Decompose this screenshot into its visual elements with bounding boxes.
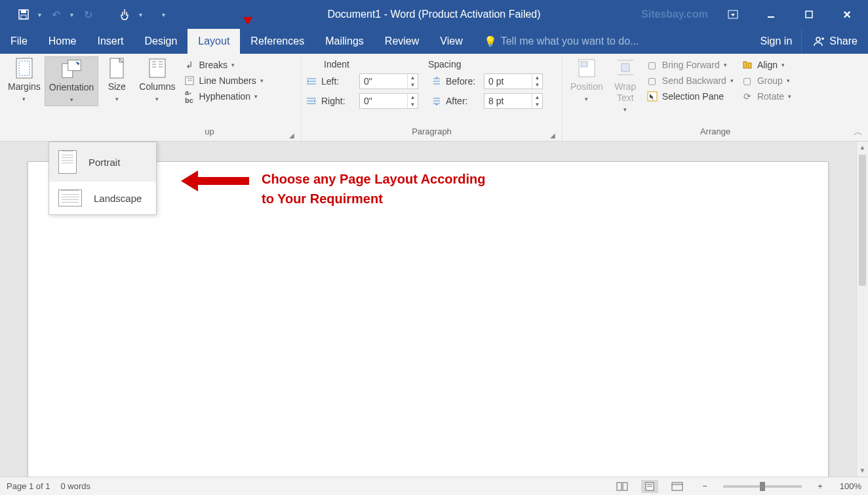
- align-label: Align: [757, 60, 778, 70]
- annotation-arrow-down-icon: [241, 3, 254, 26]
- indent-left-icon: [306, 77, 317, 86]
- spin-up-icon[interactable]: ▲: [532, 74, 542, 81]
- svg-rect-44: [617, 483, 621, 490]
- zoom-out-button[interactable]: −: [703, 481, 708, 491]
- ribbon-display-options-icon[interactable]: [720, 4, 746, 25]
- share-button[interactable]: Share: [801, 29, 868, 54]
- tab-home[interactable]: Home: [38, 29, 87, 54]
- page-setup-launcher-icon[interactable]: ◢: [288, 132, 296, 140]
- ribbon-tabs: File Home Insert Design Layout Reference…: [0, 29, 868, 54]
- align-button[interactable]: Align ▾: [741, 59, 791, 71]
- hyphenation-button[interactable]: a-bcHyphenation ▾: [184, 90, 264, 102]
- print-layout-icon[interactable]: [641, 480, 658, 493]
- columns-icon: [147, 58, 168, 79]
- orientation-button[interactable]: Orientation▾: [45, 56, 98, 106]
- send-backward-label: Send Backward: [662, 75, 726, 86]
- vertical-scrollbar[interactable]: ▲ ▼: [856, 142, 868, 477]
- touch-mode-icon[interactable]: [114, 4, 135, 25]
- zoom-in-button[interactable]: +: [818, 481, 823, 491]
- wrap-text-icon: [615, 58, 636, 79]
- line-numbers-button[interactable]: Line Numbers ▾: [184, 75, 264, 87]
- selection-pane-button[interactable]: Selection Pane: [646, 90, 734, 102]
- zoom-slider[interactable]: [723, 485, 802, 488]
- group-page-setup: Margins▾ Orientation▾ Size▾ Columns▾ ↲Br…: [0, 54, 302, 141]
- zoom-level[interactable]: 100%: [840, 481, 861, 491]
- tab-references[interactable]: References: [240, 29, 315, 54]
- spacing-before-icon: [431, 76, 442, 87]
- web-layout-icon[interactable]: [669, 480, 686, 493]
- group-objects-button[interactable]: ▢Group ▾: [741, 75, 791, 87]
- columns-button[interactable]: Columns▾: [135, 56, 179, 105]
- spin-down-icon[interactable]: ▼: [407, 81, 418, 89]
- tab-layout[interactable]: Layout: [187, 29, 240, 54]
- spin-down-icon[interactable]: ▼: [532, 101, 542, 108]
- tab-design[interactable]: Design: [134, 29, 187, 54]
- tab-view[interactable]: View: [429, 29, 473, 54]
- align-icon: [741, 59, 753, 71]
- save-icon[interactable]: [13, 4, 34, 25]
- columns-label: Columns: [139, 81, 175, 92]
- tab-review[interactable]: Review: [374, 29, 429, 54]
- margins-label: Margins: [8, 81, 41, 92]
- indent-right-label: Right:: [321, 96, 355, 106]
- spacing-after-input[interactable]: ▲▼: [484, 93, 543, 109]
- sign-in-button[interactable]: Sign in: [751, 29, 801, 54]
- paragraph-launcher-icon[interactable]: ◢: [549, 132, 557, 140]
- indent-left-input[interactable]: ▲▼: [359, 73, 418, 89]
- scroll-thumb[interactable]: [859, 155, 866, 286]
- send-backward-button[interactable]: ▢Send Backward ▾: [646, 75, 734, 87]
- selection-pane-label: Selection Pane: [662, 91, 724, 102]
- indent-right-input[interactable]: ▲▼: [359, 93, 418, 109]
- svg-rect-5: [806, 11, 812, 18]
- margins-button[interactable]: Margins▾: [4, 56, 45, 105]
- spacing-before-input[interactable]: ▲▼: [484, 73, 543, 89]
- breaks-button[interactable]: ↲Breaks ▾: [184, 59, 264, 71]
- spin-up-icon[interactable]: ▲: [407, 94, 418, 101]
- spin-up-icon[interactable]: ▲: [532, 94, 542, 101]
- rotate-button[interactable]: ⟳Rotate ▾: [741, 90, 791, 102]
- minimize-icon[interactable]: [758, 4, 784, 25]
- tab-file[interactable]: File: [0, 29, 38, 54]
- svg-rect-45: [623, 483, 627, 490]
- breaks-label: Breaks: [199, 60, 228, 70]
- annotation-arrow-left-icon: [178, 168, 250, 194]
- undo-icon[interactable]: ↶: [45, 4, 66, 25]
- tell-me-search[interactable]: 💡 Tell me what you want to do...: [473, 29, 751, 54]
- svg-rect-2: [21, 15, 26, 19]
- page-count[interactable]: Page 1 of 1: [7, 481, 50, 491]
- group-icon: ▢: [741, 75, 753, 87]
- scroll-up-icon[interactable]: ▲: [857, 142, 868, 153]
- tab-insert[interactable]: Insert: [87, 29, 134, 54]
- read-mode-icon[interactable]: [614, 480, 631, 493]
- tab-mailings[interactable]: Mailings: [315, 29, 374, 54]
- size-button[interactable]: Size▾: [98, 56, 135, 105]
- group-paragraph: Indent Spacing Left: ▲▼ Before: ▲▼ Right…: [302, 54, 562, 141]
- orientation-dropdown: Portrait Landscape: [49, 142, 157, 215]
- maximize-icon[interactable]: [796, 4, 822, 25]
- group-objects-label: Group: [757, 75, 783, 86]
- svg-rect-42: [743, 62, 747, 68]
- wrap-text-label: Wrap Text: [614, 81, 636, 104]
- wrap-text-button[interactable]: Wrap Text ▾: [607, 56, 644, 114]
- bring-forward-button[interactable]: ▢Bring Forward ▾: [646, 59, 734, 71]
- orientation-landscape-item[interactable]: Landscape: [49, 182, 156, 214]
- svg-rect-38: [621, 64, 629, 71]
- rotate-label: Rotate: [757, 91, 784, 102]
- bring-forward-label: Bring Forward: [662, 60, 720, 70]
- close-icon[interactable]: ×: [834, 4, 860, 25]
- touch-dropdown-icon[interactable]: ▾: [139, 11, 142, 18]
- svg-rect-37: [581, 62, 587, 67]
- spin-down-icon[interactable]: ▼: [407, 101, 418, 108]
- spin-down-icon[interactable]: ▼: [532, 81, 542, 89]
- qat-customize-icon[interactable]: ▾: [162, 11, 165, 18]
- qat-dropdown-icon[interactable]: ▾: [38, 11, 41, 18]
- window-title: Document1 - Word (Product Activation Fai…: [327, 9, 540, 20]
- redo-icon[interactable]: ↻: [77, 4, 98, 25]
- collapse-ribbon-icon[interactable]: ︿: [854, 127, 863, 138]
- word-count[interactable]: 0 words: [61, 481, 91, 491]
- orientation-portrait-item[interactable]: Portrait: [49, 142, 156, 182]
- undo-dropdown-icon[interactable]: ▾: [70, 11, 73, 18]
- spin-up-icon[interactable]: ▲: [407, 74, 418, 81]
- position-button[interactable]: Position▾: [566, 56, 607, 105]
- scroll-down-icon[interactable]: ▼: [857, 465, 868, 477]
